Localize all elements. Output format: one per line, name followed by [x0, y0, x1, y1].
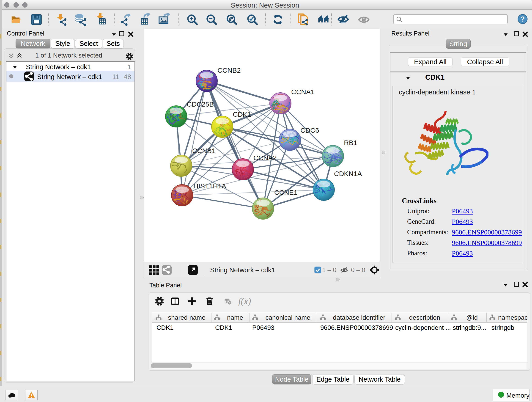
svg-text:HIST1H1A: HIST1H1A: [193, 182, 226, 190]
svg-text:?: ?: [520, 15, 525, 23]
svg-text:RB1: RB1: [344, 139, 357, 147]
svg-text:CCNE1: CCNE1: [274, 189, 298, 196]
svg-text:CCNB1: CCNB1: [192, 147, 215, 154]
svg-text:CDC6: CDC6: [300, 127, 319, 134]
svg-text:CCNB2: CCNB2: [217, 66, 241, 74]
svg-text:CCNA2: CCNA2: [253, 154, 277, 162]
svg-text:CDC25B: CDC25B: [187, 100, 214, 108]
svg-text:CCNA1: CCNA1: [291, 88, 315, 96]
svg-text:CDK1: CDK1: [233, 110, 251, 118]
svg-text:CDKN1A: CDKN1A: [334, 170, 362, 177]
